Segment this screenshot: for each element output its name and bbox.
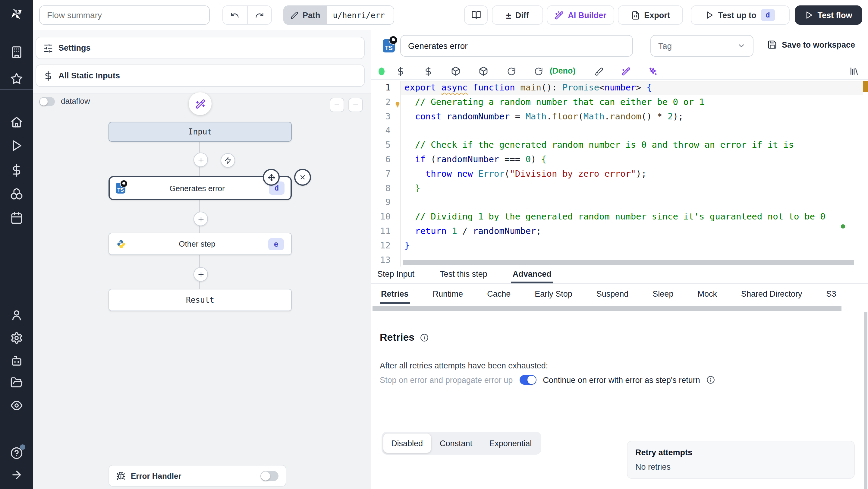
step-node-generates-error[interactable]: TS Generates error d	[108, 176, 292, 200]
panel-vertical-scrollbar[interactable]	[864, 312, 867, 489]
delete-step-button[interactable]	[294, 169, 311, 186]
editor-green-marker	[841, 224, 845, 228]
stop-on-error-label[interactable]: Stop on error and propagate error up	[380, 375, 513, 385]
resources-boxes-icon[interactable]	[10, 187, 23, 200]
schedules-calendar-icon[interactable]	[10, 212, 23, 224]
sidebar-divider	[0, 89, 33, 90]
test-up-to-button[interactable]: Test up to d	[691, 5, 789, 25]
runs-play-icon[interactable]	[10, 139, 23, 152]
reload-icon[interactable]	[504, 64, 518, 78]
flow-settings-button[interactable]: Settings	[36, 37, 365, 59]
docs-button[interactable]	[464, 5, 488, 25]
retry-mode-exponential[interactable]: Exponential	[481, 433, 539, 453]
subtab-s3[interactable]: S3	[825, 289, 838, 304]
undo-redo-group	[222, 5, 272, 25]
zoom-in-button[interactable]	[330, 98, 344, 112]
editor-horizontal-scrollbar[interactable]	[403, 260, 854, 265]
code-line: if (randomNumber === 0) {	[401, 153, 863, 167]
flow-result-node[interactable]: Result	[108, 289, 292, 311]
undo-button[interactable]	[223, 6, 247, 24]
error-handler-node[interactable]: Error Handler	[108, 465, 286, 487]
add-step-button[interactable]	[193, 267, 208, 282]
plus-minus-icon: ±	[506, 10, 511, 20]
variables-icon[interactable]	[421, 64, 435, 78]
add-step-button[interactable]	[193, 212, 208, 226]
subtab-suspend[interactable]: Suspend	[595, 289, 630, 304]
lightbulb-icon[interactable]	[394, 98, 401, 113]
windmill-logo[interactable]	[8, 7, 25, 23]
info-icon[interactable]	[420, 333, 428, 342]
subtab-mock[interactable]: Mock	[696, 289, 718, 304]
dataflow-toggle[interactable]	[39, 97, 55, 106]
code-line	[401, 196, 863, 210]
redo-button[interactable]	[247, 6, 271, 24]
package-icon[interactable]	[477, 64, 490, 78]
subtab-retries[interactable]: Retries	[380, 289, 410, 304]
continue-on-error-toggle[interactable]	[519, 375, 536, 385]
tab-step-input[interactable]: Step Input	[376, 270, 415, 283]
diff-button[interactable]: ± Diff	[492, 5, 543, 25]
workers-robot-icon[interactable]	[10, 355, 23, 367]
add-trigger-button[interactable]	[221, 153, 235, 167]
tag-select[interactable]: Tag	[650, 35, 753, 57]
code-line: export async function main(): Promise<nu…	[401, 81, 863, 95]
settings-gear-icon[interactable]	[10, 332, 23, 344]
package-icon[interactable]	[449, 64, 462, 78]
tab-advanced[interactable]: Advanced	[512, 270, 553, 283]
move-step-button[interactable]	[263, 169, 280, 186]
runtime-label[interactable]: (Deno)	[550, 66, 576, 75]
play-icon	[805, 11, 813, 19]
step-title-input[interactable]	[400, 35, 633, 57]
static-inputs-icon[interactable]	[394, 64, 407, 78]
ai-wand-icon[interactable]	[619, 64, 632, 78]
subtab-runtime[interactable]: Runtime	[432, 289, 464, 304]
all-static-inputs-button[interactable]: All Static Inputs	[36, 64, 365, 87]
edge	[199, 142, 200, 153]
test-flow-button[interactable]: Test flow	[795, 5, 862, 25]
error-handler-toggle[interactable]	[260, 470, 278, 481]
error-handler-label: Error Handler	[131, 471, 260, 480]
retry-mode-segmented-control: Disabled Constant Exponential	[381, 432, 541, 455]
flow-summary-input[interactable]	[39, 5, 210, 25]
user-icon[interactable]	[10, 309, 23, 322]
path-edit-button[interactable]: Path	[284, 5, 327, 25]
subtab-sleep[interactable]: Sleep	[651, 289, 675, 304]
flow-input-node[interactable]: Input	[108, 122, 292, 142]
variables-dollar-icon[interactable]	[10, 164, 23, 177]
expand-arrow-icon[interactable]	[10, 468, 23, 481]
code-line: // Generating a random number that can e…	[401, 95, 863, 110]
path-group[interactable]: Path u/henri/err	[283, 5, 394, 25]
favorites-star-icon[interactable]	[10, 72, 23, 85]
chevron-down-icon	[737, 41, 746, 50]
path-value: u/henri/err	[327, 5, 394, 25]
sparkles-icon[interactable]	[646, 64, 659, 78]
continue-on-error-label[interactable]: Continue on error with error as step's r…	[543, 375, 700, 385]
subtab-cache[interactable]: Cache	[486, 289, 512, 304]
code-editor[interactable]: 12345678910111213 export async function …	[371, 79, 868, 267]
workspace-building-icon[interactable]	[10, 46, 23, 59]
retry-mode-disabled[interactable]: Disabled	[383, 433, 431, 453]
ai-builder-button[interactable]: AI Builder	[547, 5, 614, 25]
zoom-out-button[interactable]	[348, 98, 363, 112]
info-icon[interactable]	[707, 376, 715, 384]
edge	[199, 280, 200, 289]
audit-eye-icon[interactable]	[10, 399, 23, 412]
format-brush-icon[interactable]	[592, 64, 605, 78]
test-up-to-step-badge: d	[761, 9, 775, 21]
dollar-icon	[43, 71, 53, 81]
add-step-button[interactable]	[193, 153, 208, 167]
retry-mode-constant[interactable]: Constant	[432, 433, 480, 453]
library-icon[interactable]	[847, 64, 861, 78]
subtab-shared-directory[interactable]: Shared Directory	[740, 289, 804, 304]
tab-test-this-step[interactable]: Test this step	[438, 270, 489, 283]
reset-icon[interactable]	[532, 64, 545, 78]
typescript-deno-icon: TS	[383, 39, 395, 53]
subtab-early-stop[interactable]: Early Stop	[533, 289, 574, 304]
export-button[interactable]: Export	[618, 5, 683, 25]
subtabs-horizontal-scrollbar[interactable]	[373, 306, 841, 311]
folders-icon[interactable]	[10, 376, 23, 389]
step-node-other-step[interactable]: Other step e	[108, 233, 292, 255]
save-to-workspace-button[interactable]: Save to workspace	[767, 40, 855, 50]
home-icon[interactable]	[10, 116, 23, 128]
ai-flow-assistant-button[interactable]	[189, 92, 212, 115]
